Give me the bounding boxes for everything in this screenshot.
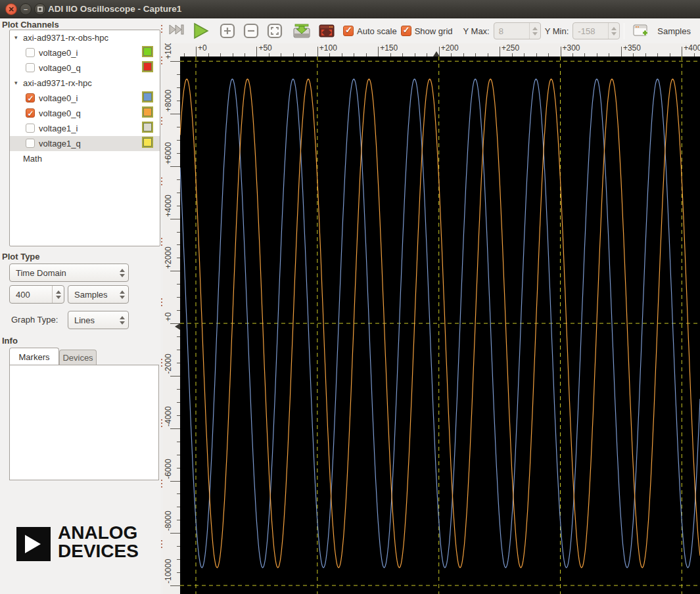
tree-item-Math[interactable]: Math <box>10 151 160 166</box>
y-tick-label: -10000 <box>164 559 173 583</box>
y-tick <box>170 114 180 114</box>
capture-once-icon[interactable] <box>168 23 185 39</box>
plot-channels-tree[interactable]: ▾axi-ad9371-rx-obs-hpcvoltage0_ivoltage0… <box>9 30 160 246</box>
plot-type-value: Time Domain <box>16 268 66 278</box>
x-tick-label: +0 <box>198 43 207 53</box>
tree-item-voltage0_i[interactable]: voltage0_i <box>10 45 160 60</box>
y-axis-ruler: +10000+8000+6000+4000+2000+0-2000-4000-6… <box>163 43 180 594</box>
plot-type-select[interactable]: Time Domain <box>9 263 129 282</box>
spinner-arrows-icon <box>529 23 540 39</box>
zoom-fit-icon[interactable] <box>267 23 283 39</box>
tree-item-voltage0_i[interactable]: voltage0_i <box>10 91 160 106</box>
tree-group-axi-ad9371-rx-obs-hpc[interactable]: ▾axi-ad9371-rx-obs-hpc <box>10 30 160 45</box>
y-tick-label: -8000 <box>164 511 173 531</box>
x-tick <box>196 47 197 57</box>
tree-label: Math <box>23 151 160 166</box>
tab-markers[interactable]: Markers <box>9 348 59 365</box>
y-min-spinner[interactable]: -158 <box>572 22 620 39</box>
y-tick <box>170 61 180 62</box>
x-tick-label: +300 <box>563 43 580 53</box>
expander-icon[interactable]: ▾ <box>14 30 18 45</box>
y-min-value: -158 <box>578 26 595 36</box>
maximize-button[interactable] <box>34 3 46 15</box>
play-capture-icon[interactable] <box>192 22 210 39</box>
tree-item-voltage1_i[interactable]: voltage1_i <box>10 121 160 136</box>
x-tick-label: +50 <box>258 43 271 53</box>
x-axis-ruler: +0+50+100+150+200+250+300+350+400 <box>180 43 700 57</box>
channel-color-swatch[interactable] <box>142 137 153 148</box>
sample-unit-select[interactable]: Samples <box>68 285 129 304</box>
x-tick <box>378 47 379 57</box>
close-button[interactable]: ✕ <box>5 3 17 15</box>
samples-button-label[interactable]: Samples <box>657 26 691 36</box>
y-tick <box>170 428 180 429</box>
y-tick-label: +8000 <box>164 89 173 112</box>
graph-type-select[interactable]: Lines <box>68 311 129 329</box>
y-tick <box>170 481 180 482</box>
channel-checkbox[interactable] <box>26 93 35 103</box>
y-tick-label: -2000 <box>164 354 173 374</box>
spinner-arrows-icon <box>608 23 619 39</box>
expander-icon[interactable]: ▾ <box>14 76 18 91</box>
plot-type-heading: Plot Type <box>2 252 40 262</box>
tree-label: axi-ad9371-rx-hpc <box>23 76 160 91</box>
oscilloscope-plot[interactable] <box>180 57 700 594</box>
tree-item-voltage0_q[interactable]: voltage0_q <box>10 106 160 121</box>
channel-color-swatch[interactable] <box>142 46 153 57</box>
cursor-position-marker-y <box>175 323 180 330</box>
channel-color-swatch[interactable] <box>142 61 153 72</box>
x-tick <box>621 47 622 57</box>
zoom-out-icon[interactable] <box>243 23 259 39</box>
channel-checkbox[interactable] <box>26 108 35 118</box>
sample-count-spinner[interactable]: 400 <box>9 285 64 304</box>
y-tick-label: -6000 <box>164 459 173 479</box>
x-tick-label: +250 <box>502 43 519 53</box>
channel-color-swatch[interactable] <box>142 106 153 118</box>
minimize-button[interactable]: – <box>20 3 32 15</box>
fullscreen-icon[interactable] <box>318 24 335 38</box>
x-tick-label: +400 <box>684 43 700 53</box>
y-tick <box>170 533 180 534</box>
channel-checkbox[interactable] <box>26 63 35 72</box>
chevron-updown-icon <box>116 286 128 303</box>
analog-devices-logo-icon <box>16 527 51 561</box>
chevron-updown-icon <box>116 311 128 329</box>
titlebar[interactable]: ✕ – ADI IIO Oscilloscope - Capture1 <box>0 0 700 18</box>
sample-unit-value: Samples <box>74 290 108 300</box>
channel-color-swatch[interactable] <box>142 91 153 103</box>
tree-item-voltage0_q[interactable]: voltage0_q <box>10 60 160 76</box>
y-max-value: 8 <box>499 26 503 36</box>
logo-line2: DEVICES <box>58 542 139 560</box>
channel-checkbox[interactable] <box>26 139 35 148</box>
x-tick <box>682 47 682 57</box>
auto-scale-label: Auto scale <box>357 26 397 36</box>
auto-scale-checkbox[interactable] <box>343 26 354 36</box>
y-min-label: Y Min: <box>545 26 569 36</box>
chevron-updown-icon <box>116 264 128 281</box>
tree-item-voltage1_q[interactable]: voltage1_q <box>10 136 160 151</box>
new-plot-window-icon[interactable] <box>632 24 649 38</box>
graph-type-label: Graph Type: <box>11 315 58 325</box>
x-tick <box>317 47 318 57</box>
y-tick-label: +10000 <box>164 43 173 59</box>
waveform-canvas <box>180 57 700 594</box>
tab-devices[interactable]: Devices <box>59 350 97 365</box>
x-tick-label: +100 <box>319 43 337 53</box>
x-tick <box>500 47 500 57</box>
x-tick-label: +150 <box>380 43 398 53</box>
cursor-position-marker-x <box>433 51 440 57</box>
y-max-spinner[interactable]: 8 <box>494 22 541 39</box>
channel-checkbox[interactable] <box>26 124 35 133</box>
sidebar: Plot Channels ▾axi-ad9371-rx-obs-hpcvolt… <box>0 18 160 594</box>
channel-checkbox[interactable] <box>26 48 35 57</box>
tree-group-axi-ad9371-rx-hpc[interactable]: ▾axi-ad9371-rx-hpc <box>10 76 160 91</box>
spinner-arrows-icon[interactable] <box>52 286 64 303</box>
analog-devices-logo-text: ANALOG DEVICES <box>58 524 139 560</box>
x-tick-label: +350 <box>623 43 641 53</box>
zoom-in-icon[interactable] <box>220 23 235 39</box>
markers-panel[interactable] <box>9 365 159 480</box>
channel-color-swatch[interactable] <box>142 122 153 133</box>
app-window: ✕ – ADI IIO Oscilloscope - Capture1 Plot… <box>0 0 700 594</box>
show-grid-checkbox[interactable] <box>401 26 411 36</box>
save-capture-icon[interactable] <box>292 22 312 39</box>
